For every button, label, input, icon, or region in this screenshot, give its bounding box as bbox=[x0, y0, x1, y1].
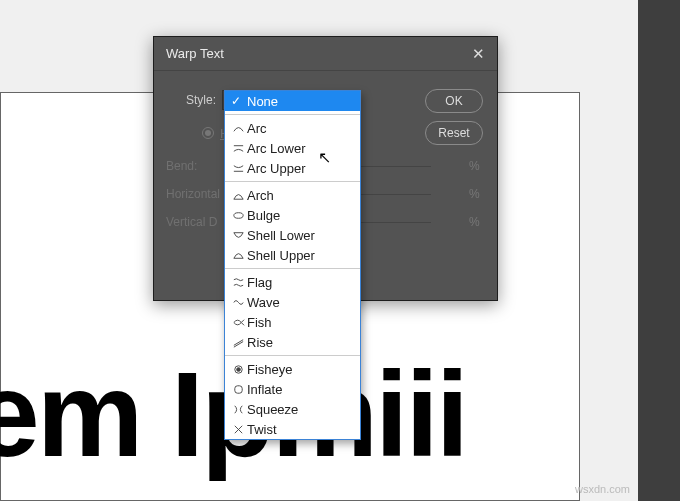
style-option-label: Arch bbox=[247, 188, 274, 203]
style-option-label: Bulge bbox=[247, 208, 280, 223]
style-option-arc-lower[interactable]: Arc Lower bbox=[225, 138, 360, 158]
style-option-arch[interactable]: Arch bbox=[225, 185, 360, 205]
reset-button[interactable]: Reset bbox=[425, 121, 483, 145]
style-option-bulge[interactable]: Bulge bbox=[225, 205, 360, 225]
style-option-squeeze[interactable]: Squeeze bbox=[225, 399, 360, 419]
close-icon[interactable]: ✕ bbox=[472, 45, 485, 63]
style-option-arc-upper[interactable]: Arc Upper bbox=[225, 158, 360, 178]
style-option-none[interactable]: None bbox=[225, 91, 360, 111]
style-label: Style: bbox=[166, 93, 216, 107]
squeeze-icon bbox=[231, 402, 245, 416]
style-dropdown[interactable]: NoneArcArc LowerArc UpperArchBulgeShell … bbox=[224, 90, 361, 440]
dropdown-separator bbox=[225, 114, 360, 115]
shell-upper-icon bbox=[231, 248, 245, 262]
style-option-wave[interactable]: Wave bbox=[225, 292, 360, 312]
style-option-label: Squeeze bbox=[247, 402, 298, 417]
dialog-titlebar: Warp Text ✕ bbox=[154, 37, 497, 71]
horizontal-radio[interactable] bbox=[202, 127, 214, 139]
app-right-panel bbox=[638, 0, 680, 501]
style-option-label: Arc Lower bbox=[247, 141, 306, 156]
style-option-label: Rise bbox=[247, 335, 273, 350]
style-option-label: Flag bbox=[247, 275, 272, 290]
style-option-label: Shell Lower bbox=[247, 228, 315, 243]
rise-icon bbox=[231, 335, 245, 349]
style-option-fisheye[interactable]: Fisheye bbox=[225, 359, 360, 379]
arc-upper-icon bbox=[231, 161, 245, 175]
svg-point-2 bbox=[236, 367, 240, 371]
fisheye-icon bbox=[231, 362, 245, 376]
inflate-icon bbox=[231, 382, 245, 396]
style-option-fish[interactable]: Fish bbox=[225, 312, 360, 332]
style-option-shell-lower[interactable]: Shell Lower bbox=[225, 225, 360, 245]
flag-icon bbox=[231, 275, 245, 289]
twist-icon bbox=[231, 422, 245, 436]
shell-lower-icon bbox=[231, 228, 245, 242]
pct-label: % bbox=[469, 187, 485, 201]
arc-icon bbox=[231, 121, 245, 135]
style-option-label: Twist bbox=[247, 422, 277, 437]
pct-label: % bbox=[469, 159, 485, 173]
arch-icon bbox=[231, 188, 245, 202]
style-option-label: Shell Upper bbox=[247, 248, 315, 263]
style-option-label: Arc bbox=[247, 121, 267, 136]
style-option-label: None bbox=[247, 94, 278, 109]
dialog-title: Warp Text bbox=[166, 46, 224, 61]
pct-label: % bbox=[469, 215, 485, 229]
style-option-label: Wave bbox=[247, 295, 280, 310]
wave-icon bbox=[231, 295, 245, 309]
svg-rect-3 bbox=[234, 385, 241, 392]
style-option-label: Arc Upper bbox=[247, 161, 306, 176]
bulge-icon bbox=[231, 208, 245, 222]
style-option-label: Fisheye bbox=[247, 362, 293, 377]
svg-point-0 bbox=[233, 212, 242, 218]
watermark-text: wsxdn.com bbox=[575, 483, 630, 495]
style-option-flag[interactable]: Flag bbox=[225, 272, 360, 292]
style-option-label: Inflate bbox=[247, 382, 282, 397]
dropdown-separator bbox=[225, 355, 360, 356]
style-option-inflate[interactable]: Inflate bbox=[225, 379, 360, 399]
ok-button[interactable]: OK bbox=[425, 89, 483, 113]
style-option-rise[interactable]: Rise bbox=[225, 332, 360, 352]
dropdown-separator bbox=[225, 268, 360, 269]
style-option-label: Fish bbox=[247, 315, 272, 330]
style-option-arc[interactable]: Arc bbox=[225, 118, 360, 138]
dropdown-separator bbox=[225, 181, 360, 182]
style-option-twist[interactable]: Twist bbox=[225, 419, 360, 439]
arc-lower-icon bbox=[231, 141, 245, 155]
fish-icon bbox=[231, 315, 245, 329]
style-option-shell-upper[interactable]: Shell Upper bbox=[225, 245, 360, 265]
